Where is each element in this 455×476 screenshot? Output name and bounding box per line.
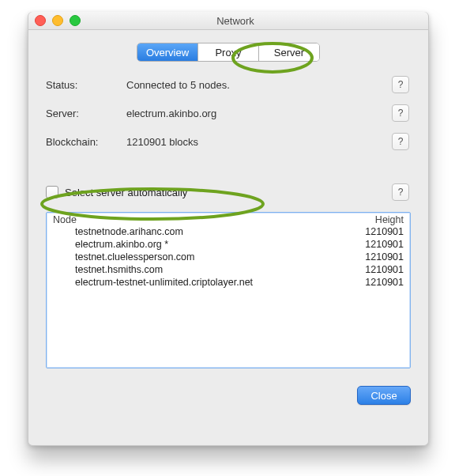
tab-segmented-control: Overview Proxy Server [137, 43, 320, 62]
node-table[interactable]: Node Height testnetnode.arihanc.com 1210… [46, 212, 411, 368]
cell-node: electrum-testnet-unlimited.criptolayer.n… [53, 276, 347, 289]
window-title: Network [43, 15, 428, 27]
cell-height: 1210901 [347, 238, 404, 251]
status-label: Status: [46, 79, 126, 91]
status-value: Connected to 5 nodes. [126, 79, 392, 91]
col-height[interactable]: Height [347, 214, 404, 225]
table-body: testnetnode.arihanc.com 1210901 electrum… [47, 225, 410, 289]
auto-select-row: Select server automatically [46, 186, 392, 198]
auto-select-checkbox[interactable] [46, 186, 58, 198]
cell-node: testnetnode.arihanc.com [53, 225, 347, 238]
cell-node: testnet.hsmiths.com [53, 263, 347, 276]
tab-overview[interactable]: Overview [137, 43, 198, 61]
table-header: Node Height [47, 213, 410, 225]
close-button[interactable]: Close [357, 386, 411, 405]
cell-height: 1210901 [347, 276, 404, 289]
cell-node: electrum.akinbo.org * [53, 238, 347, 251]
blockchain-label: Blockchain: [46, 136, 126, 148]
tab-server[interactable]: Server [259, 43, 319, 61]
content-area: Overview Proxy Server Status: Connected … [28, 30, 428, 368]
titlebar[interactable]: Network [28, 12, 428, 30]
table-row[interactable]: testnet.cluelessperson.com 1210901 [53, 251, 404, 263]
dialog-footer: Close [28, 368, 428, 405]
help-status-button[interactable]: ? [392, 76, 409, 93]
cell-height: 1210901 [347, 263, 404, 276]
table-row[interactable]: electrum-testnet-unlimited.criptolayer.n… [53, 276, 404, 289]
col-node[interactable]: Node [53, 214, 347, 225]
table-row[interactable]: testnetnode.arihanc.com 1210901 [53, 225, 404, 238]
auto-row: Select server automatically ? [46, 183, 411, 201]
table-row[interactable]: testnet.hsmiths.com 1210901 [53, 263, 404, 276]
help-auto-button[interactable]: ? [392, 183, 409, 201]
help-server-button[interactable]: ? [392, 104, 409, 122]
cell-node: testnet.cluelessperson.com [53, 251, 347, 263]
help-blockchain-button[interactable]: ? [392, 133, 409, 150]
auto-select-label: Select server automatically [65, 187, 187, 198]
spacer [46, 150, 411, 183]
tab-proxy[interactable]: Proxy [198, 43, 259, 61]
server-value: electrum.akinbo.org [126, 108, 392, 119]
cell-height: 1210901 [347, 225, 404, 238]
server-label: Server: [46, 108, 126, 119]
info-grid: Status: Connected to 5 nodes. ? Server: … [46, 76, 411, 150]
blockchain-value: 1210901 blocks [126, 136, 392, 148]
table-row[interactable]: electrum.akinbo.org * 1210901 [53, 238, 404, 251]
shadow [28, 423, 428, 446]
network-dialog: Network Overview Proxy Server Status: Co… [28, 12, 429, 446]
cell-height: 1210901 [347, 251, 404, 263]
